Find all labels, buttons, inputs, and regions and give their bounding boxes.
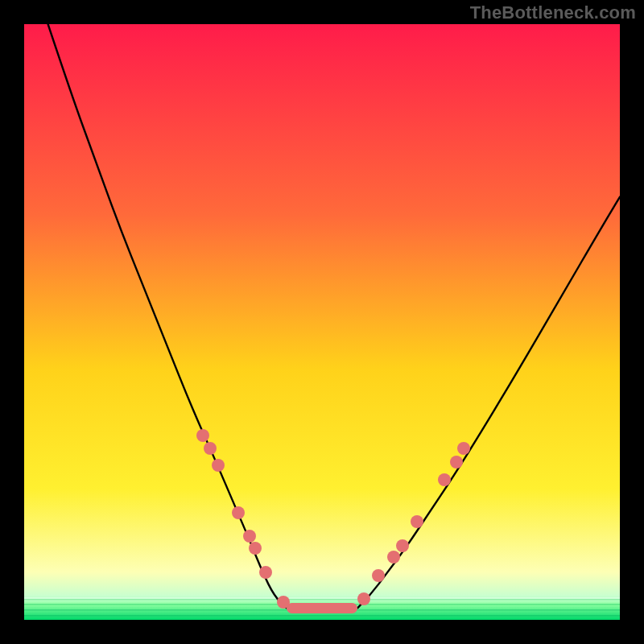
data-point-left: [277, 596, 290, 609]
data-point-left: [204, 442, 217, 455]
svg-rect-5: [24, 615, 620, 617]
data-point-right: [396, 539, 409, 552]
data-point-right: [438, 473, 451, 486]
data-point-left: [196, 429, 209, 442]
data-point-left: [212, 459, 225, 472]
data-point-right: [372, 569, 385, 582]
svg-rect-0: [24, 24, 620, 620]
data-point-right: [450, 456, 463, 469]
data-point-right: [457, 442, 470, 455]
data-point-right: [357, 592, 370, 605]
chart-frame: TheBottleneck.com: [0, 0, 644, 644]
data-point-left: [259, 566, 272, 579]
plot-area: [24, 24, 620, 620]
background-gradient: [24, 24, 620, 620]
svg-rect-2: [24, 599, 620, 601]
data-point-right: [387, 551, 400, 564]
flat-bottom-marker: [287, 603, 358, 613]
watermark-text: TheBottleneck.com: [470, 2, 636, 23]
